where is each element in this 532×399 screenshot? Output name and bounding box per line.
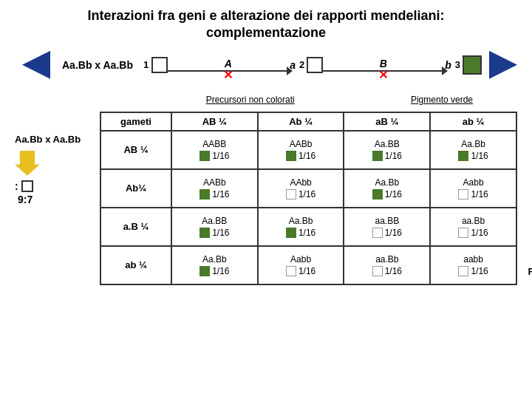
nav-right-arrow[interactable] [489, 51, 517, 79]
row-header-0: AB ¼ [100, 131, 171, 169]
gameti-header: gameti [100, 112, 171, 131]
table-row: aa.BB1/16 [344, 208, 430, 246]
aabb-cross-label: Aa.Bb x Aa.Bb [15, 134, 81, 145]
pigment-box [463, 55, 482, 75]
cross-label: Aa.Bb x Aa.Bb [62, 59, 143, 71]
table-row: Aa.BB1/16 [171, 208, 258, 246]
table-row: AABb1/16 [171, 169, 258, 208]
row-header-1: Ab¼ [100, 169, 171, 208]
nav-left-arrow[interactable] [22, 51, 50, 79]
table-row: Aa.BB1/16 [344, 131, 430, 169]
pathway-box2 [307, 57, 323, 73]
page-title: Interazioni fra geni e alterazione dei r… [15, 7, 517, 42]
precursori-label: Precursori non colorati [206, 95, 295, 105]
table-row: AAbb1/16 [258, 169, 344, 208]
f2-badge: F2 [528, 266, 532, 279]
col-header-3: ab ¼ [430, 112, 516, 131]
pigmento-label: Pigmento verde [411, 95, 473, 105]
row-header-2: a.B ¼ [100, 208, 171, 246]
punnett-table: gameti AB ¼ Ab ¼ aB ¼ ab ¼ AB ¼AABB1/16A… [100, 112, 517, 285]
col-header-2: aB ¼ [344, 112, 430, 131]
table-row: Aa.Bb1/16 [430, 131, 516, 169]
pathway-box1 [151, 57, 168, 73]
pathway-num3: 3 [455, 59, 460, 70]
row-header-3: ab ¼ [100, 246, 171, 284]
pathway-num2: 2 [299, 59, 304, 70]
table-row: Aa.Bb1/16 [344, 169, 430, 208]
pathway-cross1: ✕ [223, 68, 233, 82]
small-box [21, 180, 33, 192]
col-header-0: AB ¼ [171, 112, 258, 131]
table-row: Aabb1/16 [430, 169, 516, 208]
table-row: AABb1/16 [258, 131, 344, 169]
table-row: AABB1/16 [171, 131, 258, 169]
table-row: Aabb1/16 [258, 246, 344, 284]
ratio-label: 9:7 [18, 194, 33, 205]
table-row: aa.Bb1/16 [344, 246, 430, 284]
table-row: aabb1/16 [430, 246, 516, 284]
table-row: Aa.Bb1/16 [171, 246, 258, 284]
table-row: Aa.Bb1/16 [258, 208, 344, 246]
down-arrow-icon [15, 151, 40, 176]
colon-label: : [15, 180, 18, 192]
pathway-num1: 1 [143, 59, 149, 70]
col-header-1: Ab ¼ [258, 112, 344, 131]
pathway-cross2: ✕ [378, 68, 388, 82]
table-row: aa.Bb1/16 [430, 208, 516, 246]
